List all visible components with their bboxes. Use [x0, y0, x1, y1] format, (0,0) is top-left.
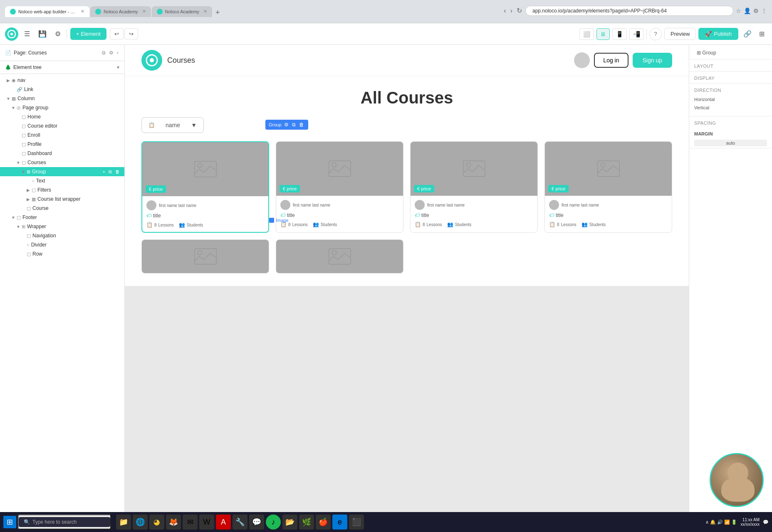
- login-button[interactable]: Log in: [594, 53, 628, 68]
- column-icon: ▦: [12, 96, 16, 101]
- tab-3[interactable]: Noloco Academy ✕: [152, 6, 213, 17]
- taskbar-finder-button[interactable]: 📂: [282, 515, 297, 530]
- column-expand-icon: ▼: [5, 95, 12, 102]
- tree-item-filters[interactable]: ▶ ▢ Filters: [0, 185, 124, 195]
- students-stat-1: 👥 Students: [179, 222, 203, 228]
- signup-button[interactable]: Sign up: [633, 53, 672, 68]
- taskbar-mail-button[interactable]: ✉: [183, 515, 198, 530]
- taskbar-app13-button[interactable]: e: [332, 515, 347, 530]
- tree-item-navigation[interactable]: ▢ Navigation: [0, 231, 124, 240]
- tree-item-courses[interactable]: ▼ ▢ Courses: [0, 158, 124, 167]
- tree-item-link[interactable]: 🔗 Link: [0, 85, 124, 94]
- notification-button[interactable]: 💬: [763, 520, 769, 525]
- groups-icon-button[interactable]: ⊞: [757, 27, 767, 40]
- connect-icon-button[interactable]: 🔗: [741, 27, 754, 40]
- tab-close-1[interactable]: ✕: [81, 9, 84, 14]
- help-button[interactable]: ?: [649, 28, 662, 40]
- filter-dropdown[interactable]: 📋 name ▼: [141, 117, 204, 133]
- back-button[interactable]: ‹: [503, 6, 507, 15]
- vertical-row: Vertical: [694, 103, 767, 112]
- group-duplicate-button[interactable]: ⧉: [107, 169, 113, 175]
- course-card-4[interactable]: € price first name last name: [544, 141, 672, 233]
- address-bar[interactable]: app.noloco.io/p/academy/elements?pageId=…: [525, 6, 733, 16]
- page-copy-button[interactable]: ⧉: [101, 49, 106, 57]
- bookmark-button[interactable]: ☆: [736, 7, 741, 14]
- tab-1[interactable]: Noloco web-app builder - a... ✕: [5, 6, 89, 17]
- course-card-5[interactable]: [141, 239, 269, 273]
- taskbar-edge-button[interactable]: 🌐: [133, 515, 148, 530]
- taskbar-app11-button[interactable]: 🌿: [299, 515, 314, 530]
- redo-button[interactable]: ↪: [124, 28, 138, 39]
- tree-item-divider[interactable]: ○ Divider: [0, 240, 124, 249]
- forward-button[interactable]: ›: [510, 6, 513, 15]
- tree-item-course-list-wrapper[interactable]: ▶ ▦ Course list wrapper: [0, 195, 124, 204]
- preview-button[interactable]: Preview: [664, 28, 696, 40]
- tree-item-profile[interactable]: ▢ Profile: [0, 140, 124, 149]
- group-copy-action[interactable]: ⧉: [291, 121, 297, 128]
- course-card-3[interactable]: € price first name last name: [410, 141, 538, 233]
- taskbar-app8-button[interactable]: 🔧: [233, 515, 247, 530]
- right-group-button[interactable]: ⊞ Group: [694, 48, 719, 57]
- profile-button[interactable]: 👤: [744, 7, 751, 14]
- add-element-button[interactable]: + Element: [70, 28, 106, 40]
- publish-button[interactable]: 🚀 Publish: [698, 28, 738, 40]
- group-add-button[interactable]: +: [101, 169, 106, 175]
- tab-close-2[interactable]: ✕: [142, 9, 146, 14]
- taskbar-firefox-button[interactable]: 🦊: [166, 515, 181, 530]
- extension-button[interactable]: ⚙: [753, 7, 759, 14]
- taskbar-explorer-button[interactable]: 📁: [116, 515, 131, 530]
- taskbar-pdf-button[interactable]: A: [216, 515, 231, 530]
- taskbar-search-button[interactable]: 🔍 Type here to search: [18, 515, 111, 530]
- tab-2[interactable]: Noloco Academy ✕: [90, 6, 151, 17]
- tree-item-enroll[interactable]: ▢ Enroll: [0, 131, 124, 140]
- page-settings-button[interactable]: ⚙: [108, 49, 114, 57]
- tree-item-dashboard[interactable]: ▢ Dashboard: [0, 149, 124, 158]
- page-collapse-button[interactable]: ‹: [116, 49, 119, 57]
- vertical-label: Vertical: [694, 105, 709, 110]
- device-mobile-button[interactable]: 📲: [629, 28, 644, 40]
- device-tablet-button[interactable]: 📱: [612, 28, 627, 40]
- tree-item-course[interactable]: ▢ Course: [0, 204, 124, 213]
- tree-item-footer[interactable]: ▼ ▢ Footer: [0, 213, 124, 222]
- refresh-button[interactable]: ↻: [516, 6, 523, 15]
- tree-item-page-group[interactable]: ▼ ◎ Page group: [0, 103, 124, 112]
- tree-item-home[interactable]: ▢ Home: [0, 112, 124, 121]
- menu-icon-button[interactable]: ☰: [22, 27, 32, 40]
- undo-button[interactable]: ↩: [110, 28, 124, 39]
- new-tab-button[interactable]: +: [213, 8, 223, 17]
- tree-item-column[interactable]: ▼ ▦ Column: [0, 94, 124, 103]
- tree-item-group[interactable]: ▼ ⊞ Group + ⧉ 🗑: [0, 167, 124, 176]
- group-settings-action[interactable]: ⚙: [283, 121, 290, 128]
- menu-button[interactable]: ⋮: [761, 7, 767, 14]
- lessons-stat-4: 📋 8 Lessons: [549, 222, 577, 227]
- save-icon-button[interactable]: 💾: [36, 27, 49, 40]
- taskbar-chrome-button[interactable]: ◕: [149, 515, 164, 530]
- tree-item-row[interactable]: ▢ Row: [0, 249, 124, 259]
- tab-close-3[interactable]: ✕: [203, 9, 207, 14]
- taskbar-app12-button[interactable]: 🍎: [316, 515, 331, 530]
- taskbar-spotify-button[interactable]: ♪: [266, 515, 281, 530]
- page-content: All Courses 📋 name ▼ Image: [125, 76, 689, 286]
- taskbar: ⊞ 🔍 Type here to search 📁 🌐 ◕ 🦊 ✉ W A 🔧 …: [0, 512, 772, 532]
- tree-item-text[interactable]: ○ Text: [0, 176, 124, 185]
- settings-icon-button[interactable]: ⚙: [52, 27, 63, 40]
- taskbar-word-button[interactable]: W: [199, 515, 214, 530]
- course-card-1[interactable]: € price first name last name: [141, 141, 269, 233]
- taskbar-slack-button[interactable]: 💬: [249, 515, 264, 530]
- group-delete-button[interactable]: 🗑: [114, 169, 121, 175]
- device-desktop-button[interactable]: 🖥: [596, 28, 610, 40]
- main-content: 📄 Page: Courses ⧉ ⚙ ‹ 🌲 Element tree ▾: [0, 45, 772, 532]
- taskbar-search[interactable]: 🔍 Type here to search: [19, 517, 110, 527]
- course-title-row-2: 🏷 title: [280, 212, 399, 218]
- tree-item-nav[interactable]: ▶ ◉ nav: [0, 76, 124, 85]
- tree-item-course-editor[interactable]: ▢ Course editor: [0, 121, 124, 131]
- tree-collapse-button[interactable]: ▾: [117, 64, 119, 70]
- taskbar-app14-button[interactable]: ⬛: [349, 515, 364, 530]
- course-card-2[interactable]: € price first name last name: [276, 141, 403, 233]
- course-card-6[interactable]: [276, 239, 403, 273]
- device-widescreen-button[interactable]: ⬜: [579, 28, 594, 40]
- group-delete-action[interactable]: 🗑: [298, 121, 305, 128]
- tree-item-wrapper[interactable]: ▼ ⊞ Wrapper: [0, 222, 124, 231]
- page-actions: ⧉ ⚙ ‹: [101, 49, 119, 57]
- start-button[interactable]: ⊞: [3, 516, 16, 528]
